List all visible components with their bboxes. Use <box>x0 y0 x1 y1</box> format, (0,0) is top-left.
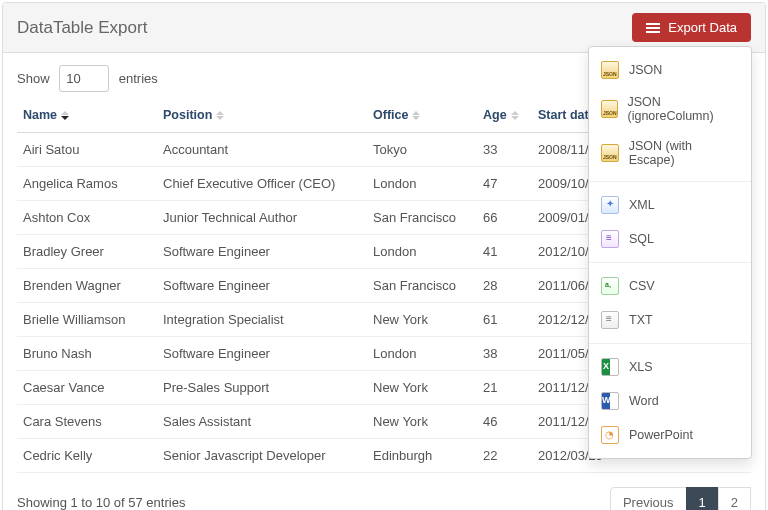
xls-icon <box>601 358 619 376</box>
cell-position: Pre-Sales Support <box>157 371 367 405</box>
cell-name: Brenden Wagner <box>17 269 157 303</box>
cell-office: London <box>367 167 477 201</box>
cell-age: 22 <box>477 439 532 473</box>
sort-icon <box>61 111 69 120</box>
export-csv[interactable]: CSV <box>589 269 751 303</box>
cell-position: Software Engineer <box>157 337 367 371</box>
word-icon <box>601 392 619 410</box>
cell-position: Senior Javascript Developer <box>157 439 367 473</box>
export-xml[interactable]: XML <box>589 188 751 222</box>
cell-office: New York <box>367 371 477 405</box>
export-txt[interactable]: TXT <box>589 303 751 337</box>
col-office[interactable]: Office <box>367 100 477 133</box>
info-text: Showing 1 to 10 of 57 entries <box>17 495 185 510</box>
page-1[interactable]: 1 <box>686 487 719 510</box>
cell-age: 28 <box>477 269 532 303</box>
cell-age: 47 <box>477 167 532 201</box>
cell-position: Integration Specialist <box>157 303 367 337</box>
export-word[interactable]: Word <box>589 384 751 418</box>
export-json[interactable]: JSON <box>589 53 751 87</box>
cell-office: San Francisco <box>367 201 477 235</box>
cell-name: Brielle Williamson <box>17 303 157 337</box>
cell-position: Software Engineer <box>157 235 367 269</box>
page-previous[interactable]: Previous <box>610 487 687 510</box>
export-sql[interactable]: SQL <box>589 222 751 256</box>
col-name[interactable]: Name <box>17 100 157 133</box>
export-data-button[interactable]: Export Data <box>632 13 751 42</box>
table-footer: Showing 1 to 10 of 57 entries Previous 1… <box>3 479 765 510</box>
cell-name: Caesar Vance <box>17 371 157 405</box>
cell-office: New York <box>367 303 477 337</box>
pagination: Previous 1 2 <box>611 487 751 510</box>
cell-age: 61 <box>477 303 532 337</box>
show-label: Show <box>17 71 50 86</box>
cell-office: London <box>367 337 477 371</box>
cell-name: Airi Satou <box>17 133 157 167</box>
col-position[interactable]: Position <box>157 100 367 133</box>
export-powerpoint[interactable]: PowerPoint <box>589 418 751 452</box>
entries-label: entries <box>119 71 158 86</box>
json-icon <box>601 61 619 79</box>
cell-name: Cara Stevens <box>17 405 157 439</box>
txt-icon <box>601 311 619 329</box>
cell-position: Accountant <box>157 133 367 167</box>
length-control: Show entries <box>17 65 158 92</box>
cell-office: San Francisco <box>367 269 477 303</box>
sql-icon <box>601 230 619 248</box>
cell-position: Junior Technical Author <box>157 201 367 235</box>
cell-age: 66 <box>477 201 532 235</box>
cell-name: Ashton Cox <box>17 201 157 235</box>
cell-age: 33 <box>477 133 532 167</box>
cell-office: London <box>367 235 477 269</box>
export-button-label: Export Data <box>668 20 737 35</box>
cell-position: Sales Assistant <box>157 405 367 439</box>
cell-name: Bradley Greer <box>17 235 157 269</box>
cell-name: Angelica Ramos <box>17 167 157 201</box>
cell-age: 46 <box>477 405 532 439</box>
cell-position: Software Engineer <box>157 269 367 303</box>
sort-icon <box>412 111 420 120</box>
cell-office: Edinburgh <box>367 439 477 473</box>
menu-icon <box>646 21 660 35</box>
cell-age: 38 <box>477 337 532 371</box>
cell-office: Tokyo <box>367 133 477 167</box>
sort-icon <box>511 111 519 120</box>
ppt-icon <box>601 426 619 444</box>
sort-icon <box>216 111 224 120</box>
export-dropdown: JSON JSON (ignoreColumn) JSON (with Esca… <box>588 46 752 459</box>
cell-name: Bruno Nash <box>17 337 157 371</box>
export-json-ignorecolumn[interactable]: JSON (ignoreColumn) <box>589 87 751 131</box>
panel-title: DataTable Export <box>17 18 147 38</box>
cell-position: Chief Executive Officer (CEO) <box>157 167 367 201</box>
cell-office: New York <box>367 405 477 439</box>
export-xls[interactable]: XLS <box>589 350 751 384</box>
cell-age: 21 <box>477 371 532 405</box>
entries-input[interactable] <box>59 65 109 92</box>
cell-age: 41 <box>477 235 532 269</box>
xml-icon <box>601 196 619 214</box>
page-2[interactable]: 2 <box>718 487 751 510</box>
csv-icon <box>601 277 619 295</box>
col-age[interactable]: Age <box>477 100 532 133</box>
export-json-escape[interactable]: JSON (with Escape) <box>589 131 751 175</box>
cell-name: Cedric Kelly <box>17 439 157 473</box>
json-icon <box>601 144 619 162</box>
json-icon <box>601 100 618 118</box>
